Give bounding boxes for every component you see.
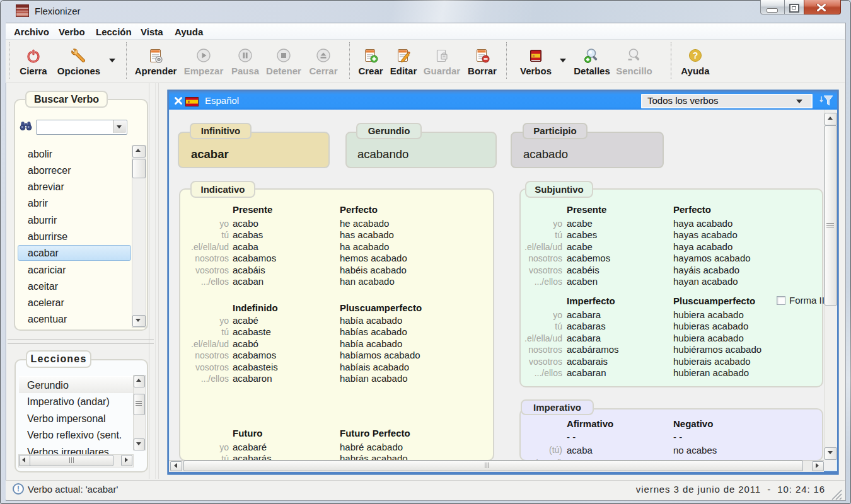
svg-text:?: ?	[693, 50, 698, 60]
